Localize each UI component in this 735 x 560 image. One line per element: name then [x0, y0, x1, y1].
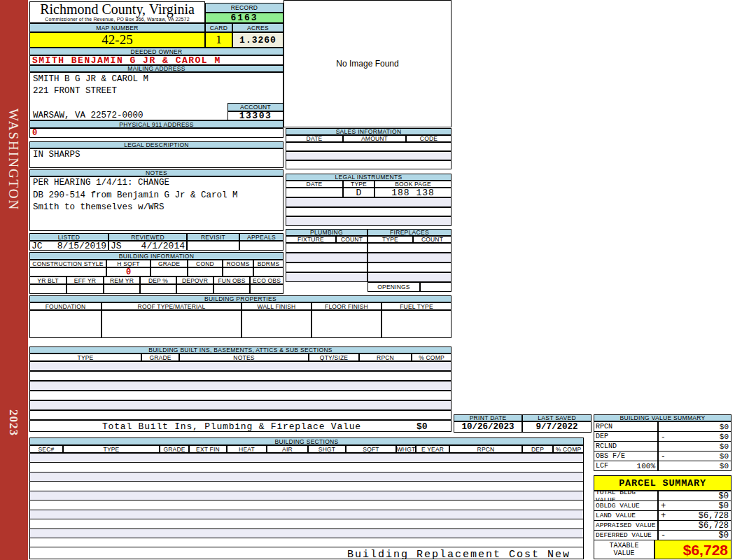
- taxable-value-label: TAXABLE VALUE: [594, 540, 654, 559]
- effyr-value: [66, 284, 104, 294]
- bdrms-value: [253, 267, 284, 276]
- plumbing-header: PLUMBING: [286, 229, 368, 236]
- ecoobs-header: ECO OBS: [250, 276, 284, 284]
- bvs-obs-op: -: [661, 452, 666, 461]
- ps-land-value: $6,728: [699, 511, 729, 521]
- building-information-header: BUILDING INFORMATION: [29, 252, 284, 260]
- building-section-row: [29, 481, 584, 491]
- mailing-line-2: 221 FRONT STREET: [33, 86, 117, 96]
- ps-deferred-op: -: [661, 531, 666, 540]
- bvs-obs-label: OBS F/E: [594, 451, 658, 461]
- fireplace-count-header: COUNT: [413, 236, 451, 243]
- property-record-card: WASHINGTON 2023 Richmond County, Virgini…: [0, 0, 735, 560]
- deppct-value: [140, 284, 176, 294]
- print-date-value: 10/26/2023: [454, 421, 522, 433]
- bvs-rpcn-value-cell: $0: [658, 421, 732, 432]
- ps-appraised-label: APPRAISED VALUE: [594, 520, 658, 531]
- deppct-header: DEP %: [140, 276, 176, 284]
- ps-appraised-value: $6,728: [699, 521, 729, 531]
- building-section-row: [29, 453, 584, 463]
- fireplace-row: [368, 272, 451, 282]
- fireplace-type-header: TYPE: [368, 236, 413, 243]
- roof-header: ROOF TYPE/MATERIAL: [102, 302, 241, 310]
- revisit-header: REVISIT: [187, 233, 239, 241]
- ps-land-op: +: [661, 511, 666, 521]
- foundation-header: FOUNDATION: [29, 302, 102, 310]
- listed-value: JC 8/15/2019: [29, 241, 108, 251]
- mailing-line-3: WARSAW, VA 22572-0000: [33, 111, 144, 120]
- record-header: RECORD: [205, 3, 284, 13]
- grade-value: [150, 267, 188, 276]
- ps-total-bldg-value-cell: $0: [658, 491, 732, 501]
- notes-line-1: PER HEARING 1/4/11: CHANGE: [30, 177, 283, 190]
- wall-finish-header: WALL FINISH: [241, 302, 312, 310]
- bi-comp-header: % COMP: [412, 354, 451, 361]
- building-properties-header: BUILDING PROPERTIES: [29, 295, 451, 302]
- bvs-rclnd-label: RCLND: [594, 441, 658, 451]
- building-sections-header: BUILDING SECTIONS: [29, 438, 584, 445]
- taxable-value: $6,728: [683, 542, 728, 559]
- mailing-address-header: MAILING ADDRESS: [29, 65, 284, 72]
- bs-rpcn-header: RPCN: [449, 445, 522, 453]
- depovr-header: DEPOVR: [176, 276, 214, 284]
- built-ins-row: [29, 361, 451, 371]
- yrblt-value: [29, 284, 66, 294]
- taxable-value-cell: $6,728: [654, 540, 732, 559]
- bi-rpcn-header: RPCN: [359, 354, 412, 361]
- last-saved-value: 9/7/2022: [522, 421, 592, 433]
- openings-value: [420, 282, 451, 292]
- legal-instrument-row: [286, 216, 451, 226]
- built-ins-row: [29, 400, 451, 410]
- built-ins-row: [29, 381, 451, 391]
- li-book-header: BOOK PAGE: [374, 181, 451, 188]
- bs-air-header: AIR: [267, 445, 308, 453]
- bvs-lcf-pct: 100%: [637, 462, 655, 470]
- bs-sec-header: SEC#: [29, 445, 63, 453]
- ps-deferred-value: $0: [719, 531, 729, 540]
- deeded-owner-header: DEEDED OWNER: [29, 48, 284, 55]
- map-number-header: MAP NUMBER: [29, 23, 205, 32]
- bvs-rpcn-label: RPCN: [594, 421, 658, 432]
- grade-header: GRADE: [150, 260, 188, 267]
- bvs-dep-value-cell: - $0: [658, 431, 732, 442]
- bi-grade-header: GRADE: [141, 354, 179, 361]
- bvs-rclnd-value: $0: [720, 442, 729, 451]
- deeded-owner-value: SMITH BENJAMIN G JR & CAROL M: [29, 55, 284, 65]
- bs-heat-header: HEAT: [227, 445, 267, 453]
- hsqft-header: H SQFT: [106, 260, 150, 267]
- ecoobs-value: [250, 284, 284, 294]
- reviewed-date: 4/1/2014: [141, 241, 185, 251]
- bvs-dep-op: -: [661, 433, 666, 441]
- fixture-header: FIXTURE: [286, 236, 336, 243]
- legal-description-header: LEGAL DESCRIPTION: [29, 141, 284, 148]
- bs-dep-header: DEP: [522, 445, 553, 453]
- revisit-value: [187, 241, 239, 251]
- last-saved-header: LAST SAVED: [522, 414, 592, 421]
- appeals-header: APPEALS: [239, 233, 284, 241]
- ps-land-value-cell: + $6,728: [658, 510, 732, 521]
- sidebar-year-label: 2023: [6, 410, 20, 458]
- legal-instrument-row: [286, 207, 451, 216]
- foundation-value: [29, 310, 102, 338]
- acres-header: ACRES: [232, 23, 284, 32]
- depovr-value: [176, 284, 214, 294]
- bs-shgt-header: SHGT: [308, 445, 346, 453]
- remyr-header: REM YR: [104, 276, 140, 284]
- built-ins-total-value: $0: [416, 421, 428, 432]
- building-sections-footer-row: Building Replacement Cost New: [29, 547, 584, 559]
- county-header-box: Richmond County, Virginia Commissioner o…: [29, 1, 205, 23]
- listed-by: JC: [31, 241, 43, 251]
- notes-header: NOTES: [29, 169, 284, 176]
- ps-obldg-value: $0: [719, 501, 729, 511]
- county-title: Richmond County, Virginia: [30, 2, 204, 17]
- sales-information-header: SALES INFORMATION: [286, 128, 451, 135]
- bvs-obs-value: $0: [720, 452, 729, 461]
- plumbing-row: [286, 272, 368, 282]
- bs-grade-header: GRADE: [160, 445, 189, 453]
- built-ins-total-label: Total Built Ins, Plumbing & Fireplace Va…: [102, 421, 361, 432]
- notes-line-2: DB 290-514 from Benjamin G Jr & Carol M: [30, 190, 283, 202]
- effyr-header: EFF YR: [66, 276, 104, 284]
- li-type-header: TYPE: [343, 181, 374, 188]
- roof-value: [102, 310, 241, 338]
- built-ins-row: [29, 391, 451, 400]
